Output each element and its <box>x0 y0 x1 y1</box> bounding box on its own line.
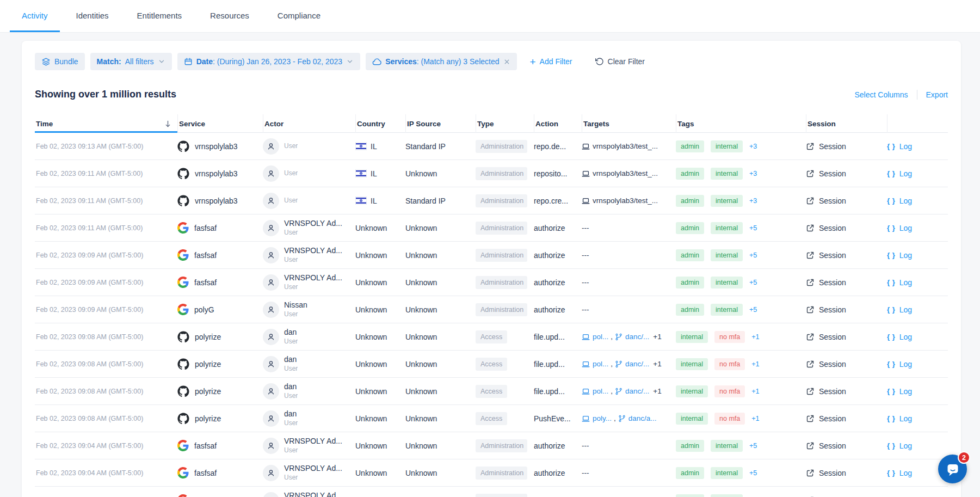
laptop-icon <box>582 170 590 177</box>
tab-entitlements[interactable]: Entitlements <box>125 0 194 32</box>
column-header-ip-source[interactable]: IP Source <box>405 114 476 133</box>
session-link[interactable]: Session <box>806 224 887 232</box>
log-link[interactable]: { }Log <box>887 278 943 287</box>
session-link[interactable]: Session <box>806 142 887 151</box>
tags-more-count[interactable]: +3 <box>749 170 757 177</box>
export-link[interactable]: Export <box>926 90 948 99</box>
tag-badge-internal: internal <box>711 140 743 152</box>
cell-time: Feb 02, 2023 09:04 AM (GMT-5:00) <box>35 442 177 450</box>
match-filter-chip[interactable]: Match: All filters <box>90 53 172 70</box>
tab-resources[interactable]: Resources <box>198 0 261 32</box>
cell-action: file.upd... <box>534 360 582 369</box>
select-columns-link[interactable]: Select Columns <box>854 90 908 99</box>
target-branch-link[interactable]: danc/... <box>615 360 649 368</box>
target-branch-link[interactable]: danc/a... <box>618 414 657 422</box>
tags-more-count[interactable]: +5 <box>749 224 757 232</box>
tab-compliance[interactable]: Compliance <box>266 0 332 32</box>
log-link[interactable]: { }Log <box>887 387 943 396</box>
cell-service: fasfsaf <box>177 277 263 288</box>
log-link[interactable]: { }Log <box>887 197 943 205</box>
log-label: Log <box>899 278 912 287</box>
log-link[interactable]: { }Log <box>887 441 943 450</box>
column-header-tags[interactable]: Tags <box>676 114 806 133</box>
target-branch-link[interactable]: danc/... <box>615 387 649 395</box>
tags-more-count[interactable]: +5 <box>749 442 757 450</box>
column-header-actor[interactable]: Actor <box>263 114 355 133</box>
column-header-session[interactable]: Session <box>806 114 887 133</box>
cell-ip-source: Unknown <box>405 333 476 341</box>
target-branch-link[interactable]: danc/... <box>615 333 649 341</box>
tags-more-count[interactable]: +1 <box>751 333 759 341</box>
log-link[interactable]: { }Log <box>887 414 943 423</box>
tags-more-count[interactable]: +5 <box>749 279 757 286</box>
session-link[interactable]: Session <box>806 414 887 423</box>
tag-badge-internal: internal <box>711 249 743 261</box>
column-header-service[interactable]: Service <box>177 114 263 133</box>
tags-more-count[interactable]: +1 <box>751 360 759 368</box>
session-link[interactable]: Session <box>806 360 887 369</box>
chat-launcher[interactable]: 2 <box>938 455 967 483</box>
target-resource-link[interactable]: pol... <box>582 387 608 395</box>
cell-targets: pol...,danc/...+1 <box>582 387 676 395</box>
session-link[interactable]: Session <box>806 333 887 341</box>
log-link[interactable]: { }Log <box>887 169 943 178</box>
avatar <box>263 247 279 263</box>
log-link[interactable]: { }Log <box>887 469 943 477</box>
external-link-icon <box>806 387 815 396</box>
targets-more-count[interactable]: +1 <box>653 333 661 341</box>
services-filter-chip[interactable]: Services: (Match any) 3 Selected <box>366 53 516 70</box>
column-header-type[interactable]: Type <box>476 114 534 133</box>
targets-more-count[interactable]: +1 <box>653 360 661 368</box>
session-link[interactable]: Session <box>806 387 887 396</box>
column-header-action[interactable]: Action <box>534 114 582 133</box>
session-link[interactable]: Session <box>806 278 887 287</box>
log-link[interactable]: { }Log <box>887 305 943 314</box>
log-link[interactable]: { }Log <box>887 224 943 232</box>
target-resource-link[interactable]: pol... <box>582 333 608 341</box>
actor-role: User <box>284 169 298 177</box>
tags-more-count[interactable]: +1 <box>751 388 759 395</box>
tags-more-count[interactable]: +5 <box>749 469 757 477</box>
cell-targets: vrnspolylab3/test_... <box>582 197 676 205</box>
tags-more-count[interactable]: +5 <box>749 306 757 314</box>
session-link[interactable]: Session <box>806 469 887 477</box>
session-link[interactable]: Session <box>806 251 887 260</box>
target-resource-link[interactable]: poly... <box>582 414 612 422</box>
log-link[interactable]: { }Log <box>887 333 943 341</box>
cell-country: Unknown <box>355 360 405 369</box>
log-link[interactable]: { }Log <box>887 360 943 369</box>
close-icon[interactable] <box>503 58 510 65</box>
column-header-time[interactable]: Time <box>35 114 177 133</box>
tags-more-count[interactable]: +3 <box>749 143 757 150</box>
actor-name: VRNSPOLY Ad... <box>284 437 342 446</box>
targets-more-count[interactable]: +1 <box>653 387 661 395</box>
session-link[interactable]: Session <box>806 197 887 205</box>
target-resource-link[interactable]: pol... <box>582 360 608 368</box>
session-link[interactable]: Session <box>806 441 887 450</box>
cell-ip-source: Unknown <box>405 305 476 314</box>
tags-more-count[interactable]: +5 <box>749 251 757 259</box>
cell-time: Feb 02, 2023 09:11 AM (GMT-5:00) <box>35 170 177 177</box>
cell-type: Administration <box>476 276 534 289</box>
session-link[interactable]: Session <box>806 305 887 314</box>
column-header-targets[interactable]: Targets <box>582 114 676 133</box>
tag-badge-no-mfa: no mfa <box>714 413 745 425</box>
clear-filter-button[interactable]: Clear Filter <box>595 57 645 66</box>
tags-more-count[interactable]: +1 <box>751 415 759 422</box>
tab-identities[interactable]: Identities <box>64 0 121 32</box>
log-link[interactable]: { }Log <box>887 142 943 151</box>
bundle-button[interactable]: Bundle <box>35 53 85 70</box>
date-filter-chip[interactable]: Date: (During) Jan 26, 2023 - Feb 02, 20… <box>177 53 361 70</box>
add-filter-button[interactable]: + Add Filter <box>530 57 572 67</box>
log-link[interactable]: { }Log <box>887 251 943 260</box>
person-icon <box>266 278 276 287</box>
tab-activity[interactable]: Activity <box>10 0 60 32</box>
column-header-country[interactable]: Country <box>355 114 405 133</box>
tags-more-count[interactable]: +3 <box>749 197 757 205</box>
session-link[interactable]: Session <box>806 169 887 178</box>
session-label: Session <box>819 224 846 232</box>
cell-time: Feb 02, 2023 09:04 AM (GMT-5:00) <box>35 469 177 477</box>
cell-actor: User <box>263 193 355 209</box>
cell-ip-source: Unknown <box>405 414 476 423</box>
cell-actor: VRNSPOLY Ad...User <box>263 464 355 482</box>
